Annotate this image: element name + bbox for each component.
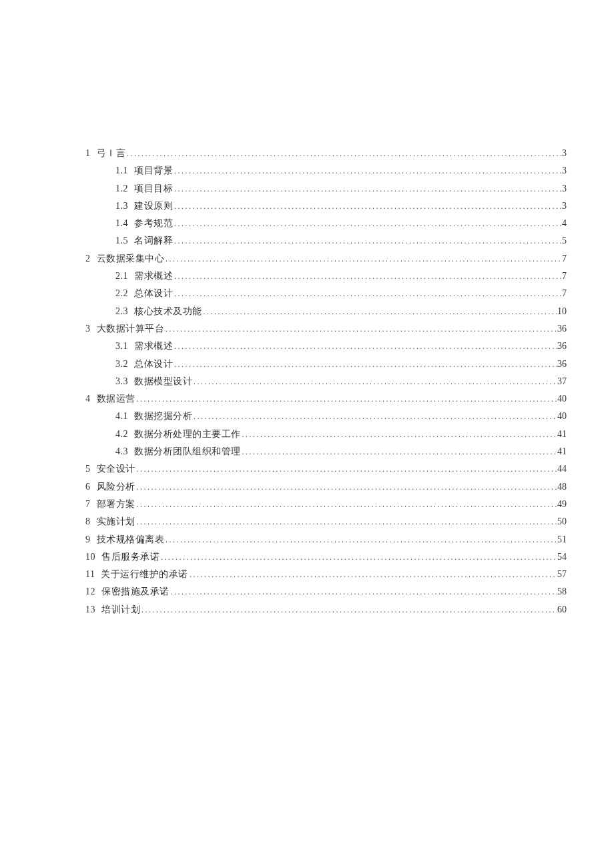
toc-number: 4.3 xyxy=(115,446,128,456)
toc-page-number: 7 xyxy=(562,289,567,298)
toc-title: 数据分析团队组织和管理 xyxy=(134,446,241,456)
toc-title: 数据模型设计 xyxy=(134,376,192,386)
toc-number: 1 xyxy=(85,148,91,158)
toc-entry: 1.1项目背景3 xyxy=(115,166,567,175)
toc-entry: 2.2总体设计7 xyxy=(115,289,567,298)
toc-label: 11关于运行维护的承诺 xyxy=(85,570,188,579)
toc-number: 4 xyxy=(85,394,91,404)
toc-entry: 4数据运营40 xyxy=(85,394,567,404)
toc-leader xyxy=(164,255,562,263)
toc-page-number: 40 xyxy=(557,394,567,404)
toc-entry: 12保密措施及承诺58 xyxy=(85,587,567,596)
toc-title: 风险分析 xyxy=(97,482,135,492)
toc-label: 12保密措施及承诺 xyxy=(85,587,170,596)
toc-title: 项目目标 xyxy=(134,183,173,193)
toc-page-number: 4 xyxy=(562,219,567,228)
toc-entry: 11关于运行维护的承诺57 xyxy=(85,570,567,579)
toc-page-number: 44 xyxy=(557,464,567,474)
toc-entry: 1.3建设原则3 xyxy=(115,201,567,211)
toc-label: 9技术规格偏离表 xyxy=(85,535,164,544)
toc-page-number: 51 xyxy=(557,535,567,544)
toc-page-number: 3 xyxy=(562,149,567,158)
toc-page-number: 49 xyxy=(557,500,567,509)
toc-number: 2.2 xyxy=(115,288,128,298)
toc-leader xyxy=(192,412,557,420)
toc-leader xyxy=(125,149,562,157)
toc-entry: 8实施计划50 xyxy=(85,517,567,526)
toc-title: 关于运行维护的承诺 xyxy=(101,569,188,579)
toc-number: 2.1 xyxy=(115,271,128,281)
toc-title: 数据分析处理的主要工作 xyxy=(134,429,241,439)
toc-entry: 6风险分析48 xyxy=(85,482,567,492)
toc-page-number: 41 xyxy=(557,430,567,439)
toc-label: 4.3数据分析团队组织和管理 xyxy=(115,447,241,456)
toc-entry: 3大数据计算平台36 xyxy=(85,324,567,334)
toc-title: 数据挖掘分析 xyxy=(134,411,192,421)
toc-leader xyxy=(160,553,557,561)
toc-page-number: 57 xyxy=(557,570,567,579)
toc-number: 6 xyxy=(85,482,91,492)
toc-title: 弓Ｉ言 xyxy=(97,148,126,158)
toc-page-number: 10 xyxy=(557,307,567,316)
toc-number: 9 xyxy=(85,534,91,544)
toc-title: 参考规范 xyxy=(134,218,173,228)
toc-label: 10售后服务承诺 xyxy=(85,552,160,562)
toc-leader xyxy=(241,448,558,456)
toc-entry: 4.2数据分析处理的主要工作41 xyxy=(115,430,567,439)
toc-number: 3.2 xyxy=(115,359,128,369)
toc-entry: 9技术规格偏离表51 xyxy=(85,535,567,544)
toc-title: 部署方案 xyxy=(97,499,135,509)
toc-label: 2.2总体设计 xyxy=(115,289,173,298)
toc-leader xyxy=(173,167,562,175)
toc-number: 3 xyxy=(85,324,91,334)
toc-leader xyxy=(173,202,562,210)
toc-number: 3.3 xyxy=(115,376,128,386)
toc-leader xyxy=(241,430,558,438)
toc-page-number: 3 xyxy=(562,201,567,211)
toc-number: 12 xyxy=(85,586,95,596)
toc-title: 数据运营 xyxy=(97,394,135,404)
toc-entry: 1.2项目目标3 xyxy=(115,184,567,193)
toc-leader xyxy=(135,518,558,526)
toc-label: 1.3建设原则 xyxy=(115,201,173,211)
toc-entry: 2.3核心技术及功能10 xyxy=(115,307,567,316)
toc-entry: 1.4参考规范4 xyxy=(115,219,567,228)
toc-label: 1.5名词解释 xyxy=(115,236,173,246)
toc-page-number: 37 xyxy=(557,377,567,386)
toc-label: 8实施计划 xyxy=(85,517,135,526)
toc-leader xyxy=(173,360,557,368)
toc-page-number: 36 xyxy=(557,360,567,369)
toc-label: 1.4参考规范 xyxy=(115,219,173,228)
toc-leader xyxy=(173,220,562,228)
toc-number: 4.1 xyxy=(115,411,128,421)
toc-title: 保密措施及承诺 xyxy=(101,586,170,596)
toc-number: 1.4 xyxy=(115,218,128,228)
toc-title: 实施计划 xyxy=(97,516,135,526)
toc-page-number: 7 xyxy=(562,254,567,264)
toc-leader xyxy=(164,325,557,333)
toc-title: 云数据采集中心 xyxy=(97,254,165,264)
toc-label: 6风险分析 xyxy=(85,482,135,492)
toc-page-number: 48 xyxy=(557,482,567,492)
toc-label: 1.1项目背景 xyxy=(115,166,173,175)
toc-leader xyxy=(173,342,557,350)
toc-number: 1.1 xyxy=(115,165,128,175)
toc-entry: 10售后服务承诺54 xyxy=(85,552,567,562)
toc-page-number: 5 xyxy=(562,236,567,246)
toc-label: 3.2总体设计 xyxy=(115,360,173,369)
toc-page-number: 36 xyxy=(557,324,567,334)
toc-number: 13 xyxy=(85,604,95,614)
toc-leader xyxy=(188,570,557,578)
toc-number: 5 xyxy=(85,464,91,474)
toc-leader xyxy=(173,290,562,298)
toc-page-number: 54 xyxy=(557,552,567,562)
toc-number: 8 xyxy=(85,516,91,526)
toc-title: 建设原则 xyxy=(134,201,173,211)
toc-page-number: 3 xyxy=(562,166,567,175)
table-of-contents: 1弓Ｉ言31.1项目背景31.2项目目标31.3建设原则31.4参考规范41.5… xyxy=(85,149,567,614)
toc-page-number: 40 xyxy=(557,412,567,421)
toc-leader xyxy=(135,500,558,508)
toc-leader xyxy=(173,272,562,280)
toc-leader xyxy=(164,536,557,544)
toc-leader xyxy=(135,395,558,403)
